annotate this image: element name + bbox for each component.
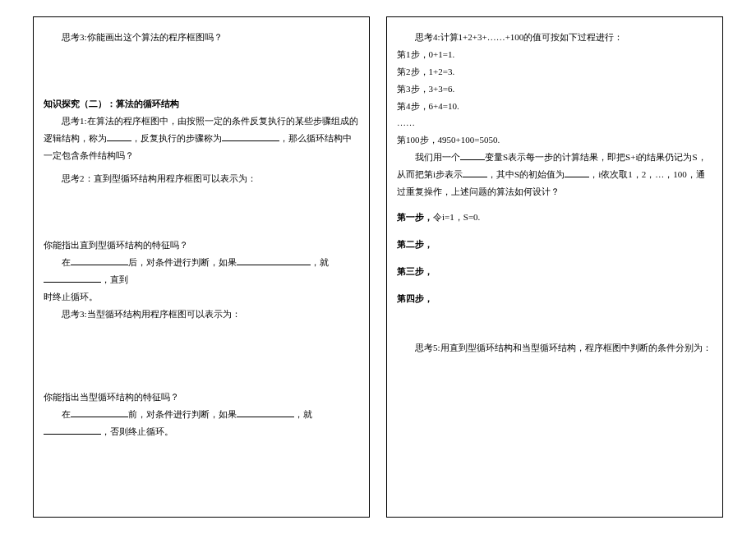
spacer [44, 187, 359, 237]
f1b: 后，对条件进行判断，如果 [128, 257, 237, 267]
think-2: 思考2：直到型循环结构用程序框图可以表示为： [44, 170, 359, 187]
step-1: 第1步，0+1=1. [397, 46, 712, 63]
think-1-text-b: ，反复执行的步骤称为 [131, 133, 222, 143]
feature-1-answer: 在后，对条件进行判断，如果，就，直到 [44, 254, 359, 288]
right-column: 思考4:计算1+2+3+……+100的值可按如下过程进行： 第1步，0+1=1.… [386, 16, 723, 518]
spacer [397, 200, 712, 209]
blank [237, 256, 311, 265]
spacer [397, 253, 712, 263]
blank [107, 132, 131, 141]
feature-2-answer: 在前，对条件进行判断，如果，就，否则终止循环。 [44, 406, 359, 440]
step-4: 第4步，6+4=10. [397, 98, 712, 115]
f2a: 在 [62, 409, 71, 419]
spacer [397, 306, 712, 339]
algo-step-1: 第一步，令i=1，S=0. [397, 209, 712, 226]
desc-a: 我们用一个 [415, 152, 460, 162]
algo-step-1-text: 令i=1，S=0. [433, 212, 480, 222]
f2b: 前，对条件进行判断，如果 [128, 409, 237, 419]
blank [237, 408, 294, 417]
feature-1-end: 时终止循环。 [44, 288, 359, 306]
think-3: 思考3:你能画出这个算法的程序框图吗？ [44, 29, 359, 46]
blank [222, 132, 279, 141]
f1c: ，就 [311, 257, 329, 267]
f1a: 在 [62, 257, 71, 267]
think-1: 思考1:在算法的程序框图中，由按照一定的条件反复执行的某些步骤组成的逻辑结构，称… [44, 113, 359, 164]
algo-step-3-label: 第三步， [397, 263, 712, 280]
document-page: 思考3:你能画出这个算法的程序框图吗？ 知识探究（二）：算法的循环结构 思考1:… [0, 0, 756, 534]
step-3: 第3步，3+3=6. [397, 81, 712, 98]
section-title: 知识探究（二）：算法的循环结构 [44, 95, 359, 113]
blank [460, 151, 485, 160]
blank [565, 168, 589, 177]
spacer [397, 280, 712, 290]
blank [71, 408, 128, 417]
think-4: 思考4:计算1+2+3+……+100的值可按如下过程进行： [397, 29, 712, 46]
description: 我们用一个变量S表示每一步的计算结果，即把S+i的结果仍记为S，从而把第i步表示… [397, 149, 712, 200]
blank [71, 256, 128, 265]
desc-c: ，其中S的初始值为 [487, 169, 565, 179]
f2d: ，否则终止循环。 [101, 426, 173, 436]
blank [463, 168, 487, 177]
left-column: 思考3:你能画出这个算法的程序框图吗？ 知识探究（二）：算法的循环结构 思考1:… [33, 16, 370, 518]
feature-1-question: 你能指出直到型循环结构的特征吗？ [44, 237, 359, 254]
f1d: ，直到 [101, 274, 128, 284]
think-5: 思考5:用直到型循环结构和当型循环结构，程序框图中判断的条件分别为： [397, 339, 712, 357]
step-100: 第100步，4950+100=5050. [397, 131, 712, 149]
algo-step-2-label: 第二步， [397, 236, 712, 253]
spacer [44, 323, 359, 389]
feature-2-question: 你能指出当型循环结构的特征吗？ [44, 389, 359, 406]
think-3b: 思考3:当型循环结构用程序框图可以表示为： [44, 306, 359, 323]
spacer [44, 46, 359, 95]
spacer [44, 163, 359, 170]
spacer [397, 226, 712, 236]
blank [44, 426, 101, 435]
algo-step-1-label: 第一步， [397, 212, 433, 222]
algo-step-4-label: 第四步， [397, 290, 712, 307]
f2c: ，就 [294, 409, 312, 419]
step-2: 第2步，1+2=3. [397, 63, 712, 81]
dots: …… [397, 114, 712, 131]
blank [44, 274, 101, 283]
